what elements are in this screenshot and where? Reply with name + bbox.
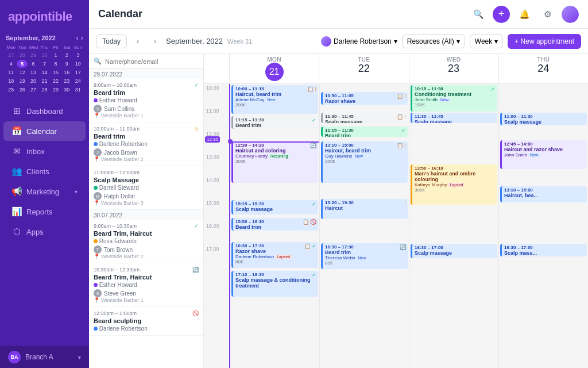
- appointment[interactable]: ! 15:20 – 19:30 Haircut: [321, 199, 408, 219]
- mini-cal-cell[interactable]: 20: [28, 77, 38, 85]
- settings-button[interactable]: ⚙: [539, 6, 556, 23]
- day-lane-mon: 12:30 📋! 10:00 – 11:15 Haircut, beard tr…: [229, 84, 319, 368]
- mini-cal-cell[interactable]: 30: [61, 86, 72, 94]
- appointment[interactable]: 📋! 10:00 – 11:15 Haircut, beard trim Arl…: [231, 85, 318, 114]
- chevron-down-icon: ▾: [75, 189, 78, 195]
- mini-cal-cell[interactable]: 27: [6, 51, 16, 59]
- mini-cal-cell[interactable]: 29: [28, 51, 38, 59]
- mini-cal-cell[interactable]: 17: [73, 68, 83, 76]
- mini-cal-cell[interactable]: 28: [39, 86, 49, 94]
- list-item[interactable]: 10:30am – 12:30pm🔄 Beard Trim, Haircut E…: [89, 263, 203, 307]
- mini-cal-cell[interactable]: 15: [51, 68, 61, 76]
- staff-selector[interactable]: Darlene Robertson ▾: [321, 36, 397, 47]
- current-time-badge: 12:30: [205, 136, 220, 143]
- mini-cal-cell[interactable]: 26: [17, 86, 27, 94]
- sidebar-item-clients[interactable]: 👥 Clients: [3, 162, 86, 181]
- mini-cal-cell[interactable]: 21: [39, 77, 49, 85]
- sidebar-item-apps[interactable]: ⬡ Apps: [3, 222, 86, 241]
- appointment[interactable]: 📋! 11:30 – 11:45 Scalp massage: [321, 113, 408, 123]
- appointment[interactable]: 11:30 – 11:45 Scalp massage: [411, 113, 497, 123]
- appointment[interactable]: 🔄 16:30 – 17:30 Beard trim Theresa Webb …: [321, 243, 408, 269]
- mini-cal-cell[interactable]: 13: [28, 68, 38, 76]
- resources-selector[interactable]: Resources (All) ▾: [402, 34, 465, 48]
- day-label-thu: THU: [501, 56, 586, 63]
- mini-cal-cell[interactable]: 28: [17, 51, 27, 59]
- mini-cal-cell[interactable]: 10: [73, 60, 83, 68]
- mini-cal-cell[interactable]: 14: [39, 68, 49, 76]
- status-icon-check: ✓: [194, 223, 199, 229]
- mini-cal-cell[interactable]: 24: [73, 77, 83, 85]
- mini-cal-cell[interactable]: 16: [61, 68, 72, 76]
- mini-cal-cell[interactable]: 7: [39, 60, 49, 68]
- sidebar-item-inbox[interactable]: ✉ Inbox: [3, 141, 86, 161]
- mini-cal-cell-today[interactable]: 5: [17, 60, 27, 68]
- sidebar-item-reports[interactable]: 📊 Reports: [3, 202, 86, 221]
- mini-cal-cell[interactable]: 31: [73, 86, 83, 94]
- sidebar-item-marketing[interactable]: 📢 Marketing ▾: [3, 182, 86, 201]
- appt-price: 150€: [415, 102, 495, 108]
- appointment[interactable]: ✓ 10:15 – 11:30 Conditioning treatment J…: [411, 85, 497, 112]
- notifications-button[interactable]: 🔔: [516, 6, 533, 23]
- appointment[interactable]: 🔄 12:30 – 14:20 Haircut and coloring Cou…: [231, 141, 318, 183]
- mini-cal-next[interactable]: ›: [81, 33, 83, 42]
- mini-cal-cell[interactable]: 23: [61, 77, 72, 85]
- mini-cal-cell[interactable]: 11: [6, 68, 16, 76]
- list-service: Beard Trim, Haircut: [94, 230, 199, 237]
- mini-cal-cell[interactable]: 19: [17, 77, 27, 85]
- calendar-grid: MON 21 TUE 22 WED 23 THU 24: [204, 54, 588, 368]
- appointment[interactable]: ✓ 15:15 – 15:30 Scalp massage: [231, 200, 318, 214]
- appointment[interactable]: 16:30 – 17:00 Scalp massage: [411, 244, 497, 258]
- appointment[interactable]: 12:45 – 14:00 Haircut and razor shave Jo…: [500, 140, 587, 169]
- appointment[interactable]: ✓ 11:15 – 11:30 Beard trim: [231, 116, 318, 129]
- list-item[interactable]: 11:00am – 12:00pm Scalp Massage Darrell …: [89, 166, 203, 210]
- user-avatar[interactable]: [562, 6, 579, 23]
- list-service: Beard Trim, Haircut: [94, 274, 199, 281]
- appointment[interactable]: ✓ 11:15 – 11:30 Beard trim: [321, 126, 408, 137]
- today-button[interactable]: Today: [96, 34, 127, 48]
- appointment[interactable]: 13:50 – 16:10 Man's haircut and ombre co…: [411, 164, 497, 205]
- next-week-button[interactable]: ›: [149, 35, 161, 48]
- week-badge: Week 31: [227, 38, 252, 45]
- appointment[interactable]: 13:10 – 15:00 Haircut, bea...: [500, 186, 587, 202]
- add-button[interactable]: +: [493, 6, 510, 23]
- list-item[interactable]: 9:00am – 10:30am✓ Beard Trim, Haircut Ro…: [89, 220, 203, 263]
- mini-cal-cell[interactable]: 9: [61, 60, 72, 68]
- list-scroll: 29.07.2022 9:00am – 10:00am✓ Beard trim …: [89, 69, 203, 368]
- mini-cal-cell[interactable]: 30: [39, 51, 49, 59]
- view-selector[interactable]: Week ▾: [470, 34, 503, 48]
- appointment[interactable]: 📋! 10:50 – 11:05 Razor shave: [321, 92, 408, 105]
- appointment[interactable]: 📋🚫 15:50 – 16:10 Beard trim: [231, 218, 318, 231]
- search-input[interactable]: [105, 58, 199, 65]
- mini-cal-cell[interactable]: 1: [51, 51, 61, 59]
- mini-cal-prev[interactable]: ‹: [76, 33, 78, 42]
- appointment[interactable]: 11:00 – 11:30 Scalp massage: [500, 113, 587, 125]
- mini-cal-cell[interactable]: 22: [51, 77, 61, 85]
- mini-cal-cell[interactable]: 8: [51, 60, 61, 68]
- mini-cal-cell[interactable]: 12: [17, 68, 27, 76]
- mini-cal-cell[interactable]: 18: [6, 77, 16, 85]
- sidebar-item-dashboard[interactable]: ⊞ Dashboard: [3, 101, 86, 121]
- list-item[interactable]: 10:00am – 11:00am⚠ Beard trim Darlene Ro…: [89, 122, 203, 166]
- appointment[interactable]: 📋✓ 16:30 – 17:30 Razor shave Darlene Rob…: [231, 242, 318, 268]
- appointment[interactable]: ✓ 17:10 – 18:30 Scalp massage & conditio…: [231, 271, 318, 297]
- mini-cal-cell[interactable]: 25: [6, 86, 16, 94]
- prev-week-button[interactable]: ‹: [131, 35, 144, 48]
- appointment[interactable]: 📋! 13:10 – 15:00 Haircut, beard trim Guy…: [321, 141, 408, 183]
- appointment[interactable]: 16:30 – 17:00 Scalp mass...: [500, 244, 587, 256]
- status-icon-check: ✓: [194, 82, 199, 88]
- mini-cal-cell[interactable]: 3: [73, 51, 83, 59]
- mini-cal-cell[interactable]: 27: [28, 86, 38, 94]
- mini-cal-cell[interactable]: 4: [6, 60, 16, 68]
- clip-icon: 📋: [303, 219, 309, 225]
- list-item[interactable]: 12:30pm – 1:00pm🚫 Beard sculpting Darlen…: [89, 307, 203, 336]
- mini-cal-cell[interactable]: 29: [51, 86, 61, 94]
- mini-cal-cell[interactable]: 2: [61, 51, 72, 59]
- appt-service: Scalp massage: [235, 206, 316, 212]
- appt-time: 12:45 – 14:00: [504, 141, 585, 147]
- search-button[interactable]: 🔍: [470, 6, 487, 23]
- branch-selector[interactable]: BA Branch A ▾: [0, 346, 89, 368]
- list-item[interactable]: 9:00am – 10:00am✓ Beard trim Esther Howa…: [89, 79, 203, 122]
- new-appointment-button[interactable]: + New appointment: [508, 34, 581, 49]
- mini-cal-cell[interactable]: 6: [28, 60, 38, 68]
- sidebar-item-calendar[interactable]: 📅 Calendar: [3, 121, 86, 141]
